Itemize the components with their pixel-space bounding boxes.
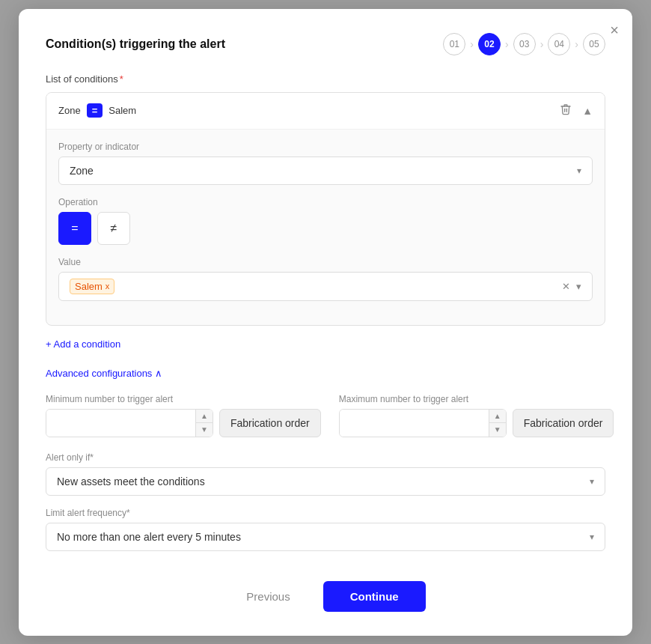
limit-freq-value: No more than one alert every 5 minutes: [57, 531, 241, 543]
delete-condition-button[interactable]: [557, 102, 575, 120]
operation-label: Operation: [58, 197, 593, 207]
step-item-1[interactable]: 01: [443, 33, 465, 55]
advanced-section: Advanced configurations ∧ Minimum number…: [46, 368, 605, 551]
advanced-chevron-icon: ∧: [155, 368, 162, 379]
value-multiselect[interactable]: Salem x ✕ ▾: [58, 272, 593, 301]
min-fab-order-button[interactable]: Fabrication order: [219, 409, 321, 437]
condition-block: Zone = Salem ▲ Property or indicator Zon…: [46, 92, 605, 326]
condition-header-left: Zone = Salem: [58, 103, 136, 118]
tag-value: Salem: [75, 281, 103, 292]
step-4[interactable]: 04: [548, 33, 570, 55]
advanced-configurations-link[interactable]: Advanced configurations ∧: [46, 368, 605, 379]
limit-freq-group: Limit alert frequency* No more than one …: [46, 508, 605, 551]
min-col: Minimum number to trigger alert ▲ ▼ Fabr…: [46, 394, 321, 437]
min-input-row: ▲ ▼ Fabrication order: [46, 409, 321, 437]
max-stepper-up[interactable]: ▲: [489, 410, 506, 424]
max-input-row: ▲ ▼ Fabrication order: [339, 409, 614, 437]
previous-button[interactable]: Previous: [225, 583, 311, 610]
advanced-link-label: Advanced configurations: [46, 368, 152, 379]
modal-title: Condition(s) triggering the alert: [46, 37, 225, 51]
tag-salem: Salem x: [70, 279, 114, 294]
steps-indicator: 01 › 02 › 03 › 04 › 05: [443, 33, 605, 55]
close-button[interactable]: ×: [610, 22, 619, 37]
max-field-wrap: ▲ ▼: [339, 409, 507, 437]
step-2[interactable]: 02: [478, 33, 501, 55]
property-field-group: Property or indicator Zone ▾: [58, 142, 593, 185]
value-field-group: Value Salem x ✕ ▾: [58, 257, 593, 301]
op-equals-button[interactable]: =: [58, 212, 91, 245]
alert-only-if-label: Alert only if*: [46, 452, 605, 463]
value-clear-icon[interactable]: ✕: [562, 281, 570, 292]
step-sep-1: ›: [470, 38, 474, 50]
alert-only-if-chevron-icon: ▾: [590, 476, 594, 487]
step-sep-2: ›: [505, 38, 509, 50]
continue-button[interactable]: Continue: [323, 581, 426, 612]
value-multiselect-left: Salem x: [70, 279, 114, 294]
condition-zone-label: Zone: [58, 105, 81, 116]
value-label: Value: [58, 257, 593, 267]
operation-field-group: Operation = ≠: [58, 197, 593, 245]
value-multiselect-right: ✕ ▾: [562, 281, 581, 292]
max-input[interactable]: [340, 410, 489, 437]
step-5[interactable]: 05: [583, 33, 605, 55]
limit-freq-chevron-icon: ▾: [590, 532, 594, 542]
limit-freq-select[interactable]: No more than one alert every 5 minutes ▾: [46, 523, 605, 551]
max-stepper: ▲ ▼: [489, 410, 506, 437]
max-col: Maximum number to trigger alert ▲ ▼ Fabr…: [339, 394, 614, 437]
step-sep-3: ›: [540, 38, 544, 50]
min-input[interactable]: [46, 410, 195, 437]
step-item-5[interactable]: 05: [583, 33, 605, 55]
list-conditions-label: List of conditions*: [46, 73, 605, 85]
property-label: Property or indicator: [58, 142, 593, 152]
operation-row: = ≠: [58, 212, 593, 245]
modal-footer: Previous Continue: [46, 581, 605, 612]
condition-header: Zone = Salem ▲: [46, 93, 605, 130]
max-fab-order-button[interactable]: Fabrication order: [513, 409, 614, 437]
min-stepper: ▲ ▼: [195, 410, 213, 437]
step-3[interactable]: 03: [513, 33, 536, 55]
step-item-3[interactable]: 03: [513, 33, 536, 55]
tag-close-icon[interactable]: x: [106, 282, 110, 291]
limit-freq-label: Limit alert frequency*: [46, 508, 605, 518]
modal: × Condition(s) triggering the alert 01 ›…: [19, 9, 632, 636]
step-item-4[interactable]: 04: [548, 33, 570, 55]
alert-only-if-value: New assets meet the conditions: [57, 476, 205, 487]
condition-body: Property or indicator Zone ▾ Operation =…: [46, 130, 605, 325]
condition-equals-badge: =: [87, 103, 103, 118]
condition-header-right: ▲: [557, 102, 593, 120]
min-max-row: Minimum number to trigger alert ▲ ▼ Fabr…: [46, 394, 605, 437]
op-notequals-button[interactable]: ≠: [97, 212, 130, 245]
step-1[interactable]: 01: [443, 33, 465, 55]
alert-only-if-group: Alert only if* New assets meet the condi…: [46, 452, 605, 496]
property-select[interactable]: Zone ▾: [58, 157, 593, 185]
value-chevron-icon[interactable]: ▾: [576, 281, 581, 292]
min-label: Minimum number to trigger alert: [46, 394, 321, 404]
min-stepper-down[interactable]: ▼: [196, 423, 213, 437]
add-condition-link[interactable]: + Add a condition: [46, 338, 120, 350]
property-select-value: Zone: [70, 165, 94, 177]
step-item-2[interactable]: 02: [478, 33, 501, 55]
collapse-condition-button[interactable]: ▲: [582, 105, 593, 117]
step-sep-4: ›: [575, 38, 578, 50]
alert-only-if-select[interactable]: New assets meet the conditions ▾: [46, 467, 605, 496]
property-select-chevron-icon: ▾: [577, 165, 581, 176]
condition-value-label: Salem: [109, 105, 136, 116]
modal-header: Condition(s) triggering the alert 01 › 0…: [46, 33, 605, 55]
max-stepper-down[interactable]: ▼: [489, 423, 506, 437]
max-label: Maximum number to trigger alert: [339, 394, 614, 404]
min-field-wrap: ▲ ▼: [46, 409, 213, 437]
min-stepper-up[interactable]: ▲: [196, 410, 213, 424]
